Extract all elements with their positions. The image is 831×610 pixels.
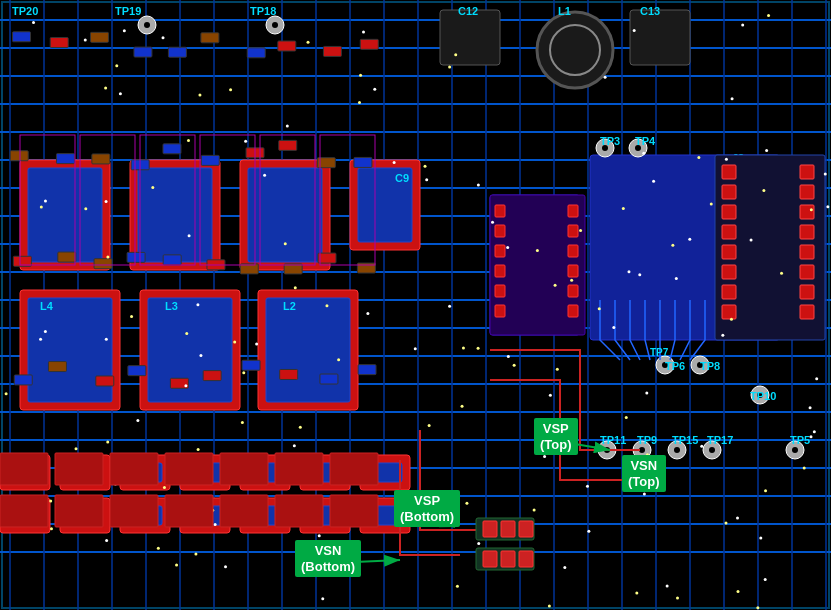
vsn-top-label: VSN(Top) xyxy=(622,455,666,492)
vsp-bottom-label: VSP(Bottom) xyxy=(394,490,460,527)
vsn-bottom-label: VSN(Bottom) xyxy=(295,540,361,577)
vsp-top-label: VSP(Top) xyxy=(534,418,578,455)
